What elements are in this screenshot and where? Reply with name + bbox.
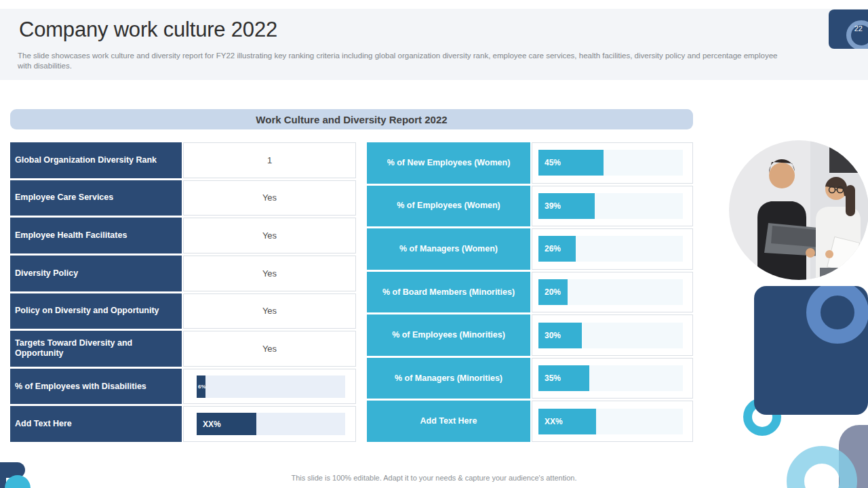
table-row: % of Employees (Minorities) 30% (367, 314, 693, 356)
table-row: Policy on Diversity and Opportunity Yes (10, 293, 356, 329)
page-number-badge: 22 (829, 9, 868, 49)
row-bar: 39% (532, 186, 693, 227)
table-row: % of Managers (Minorities) 35% (367, 358, 693, 399)
row-label: Targets Toward Diversity and Opportunity (10, 331, 182, 367)
bar-track: 20% (538, 279, 683, 305)
bar-fill: 30% (538, 323, 582, 348)
work-culture-table: Global Organization Diversity Rank 1 Emp… (10, 142, 356, 442)
table-row: Employee Care Services Yes (10, 180, 356, 216)
bar-track: 39% (538, 193, 683, 219)
table-row-placeholder: Add Text Here XX% (10, 406, 356, 442)
row-label: Policy on Diversity and Opportunity (10, 293, 182, 329)
bar-value: 26% (538, 244, 561, 253)
row-value: Yes (183, 218, 356, 253)
table-row: % of Employees with Disabilities 6% (10, 369, 356, 405)
bar-track: 35% (538, 365, 683, 391)
row-bar: 35% (532, 358, 693, 399)
bar-fill: 45% (538, 150, 604, 176)
bar-value: 30% (538, 331, 561, 340)
bar-track: 26% (538, 236, 683, 262)
row-label-placeholder[interactable]: Add Text Here (367, 401, 530, 442)
page-title: Company work culture 2022 (19, 18, 277, 42)
bar-fill: 35% (538, 365, 589, 391)
table-row: % of Managers (Women) 26% (367, 228, 693, 270)
row-label: % of Employees (Minorities) (367, 314, 530, 356)
bar-track: XX% (197, 413, 345, 435)
bar-value: 39% (538, 201, 561, 211)
row-value: 1 (183, 142, 356, 178)
bar-value: 35% (538, 373, 561, 383)
table-row-placeholder: Add Text Here XX% (367, 401, 693, 442)
row-label: % of New Employees (Women) (367, 142, 530, 184)
table-row: Global Organization Diversity Rank 1 (10, 142, 356, 178)
two-colleagues-with-laptop-photo (729, 140, 868, 280)
row-label: % of Employees (Women) (367, 186, 530, 227)
navy-card-decoration (754, 286, 868, 415)
row-bar: XX% (532, 401, 693, 442)
bar-fill: 20% (538, 279, 568, 305)
bar-value: XX% (197, 420, 221, 429)
bar-fill: 6% (197, 375, 205, 398)
bar-fill: 39% (538, 193, 595, 219)
bar-track: 6% (197, 375, 345, 398)
page-number: 22 (854, 24, 863, 33)
table-row: Diversity Policy Yes (10, 256, 356, 291)
row-label: % of Employees with Disabilities (10, 369, 182, 405)
photo-illustration (729, 140, 868, 280)
bar-track: XX% (538, 409, 683, 434)
row-label: Diversity Policy (10, 256, 182, 291)
blue-ring-icon (806, 286, 868, 344)
row-label: % of Board Members (Minorities) (367, 272, 530, 313)
row-bar: 20% (532, 272, 693, 313)
row-value: Yes (183, 331, 356, 367)
table-row: % of New Employees (Women) 45% (367, 142, 693, 184)
table-row: % of Employees (Women) 39% (367, 186, 693, 227)
table-row: Targets Toward Diversity and Opportunity… (10, 331, 356, 367)
section-title: Work Culture and Diversity Report 2022 (256, 114, 447, 125)
bar-fill: 26% (538, 236, 576, 262)
bar-value: XX% (538, 417, 563, 426)
row-label: % of Managers (Women) (367, 228, 530, 270)
bar-value: 20% (538, 287, 561, 297)
row-bar: XX% (183, 406, 356, 442)
section-banner: Work Culture and Diversity Report 2022 (10, 109, 693, 129)
bar-value: 45% (538, 158, 561, 167)
row-value: Yes (183, 293, 356, 329)
row-value: Yes (183, 256, 356, 291)
row-bar: 30% (532, 314, 693, 356)
table-row: % of Board Members (Minorities) 20% (367, 272, 693, 313)
row-bar: 26% (532, 228, 693, 270)
row-label-placeholder[interactable]: Add Text Here (10, 406, 182, 442)
row-label: % of Managers (Minorities) (367, 358, 530, 399)
bar-track: 30% (538, 323, 683, 348)
row-label: Global Organization Diversity Rank (10, 142, 182, 178)
row-bar: 6% (183, 369, 356, 405)
page-subtitle: The slide showcases work culture and div… (18, 51, 781, 71)
bar-value: 6% (197, 384, 206, 390)
bar-fill[interactable]: XX% (538, 409, 596, 434)
bar-fill[interactable]: XX% (197, 413, 256, 435)
footer-note: This slide is 100% editable. Adapt it to… (0, 474, 868, 482)
row-label: Employee Health Facilitates (10, 218, 182, 253)
row-label: Employee Care Services (10, 180, 182, 216)
diversity-percentages-table: % of New Employees (Women) 45% % of Empl… (367, 142, 693, 442)
bar-track: 45% (538, 150, 683, 176)
table-row: Employee Health Facilitates Yes (10, 218, 356, 253)
row-value: Yes (183, 180, 356, 216)
row-bar: 45% (532, 142, 693, 184)
